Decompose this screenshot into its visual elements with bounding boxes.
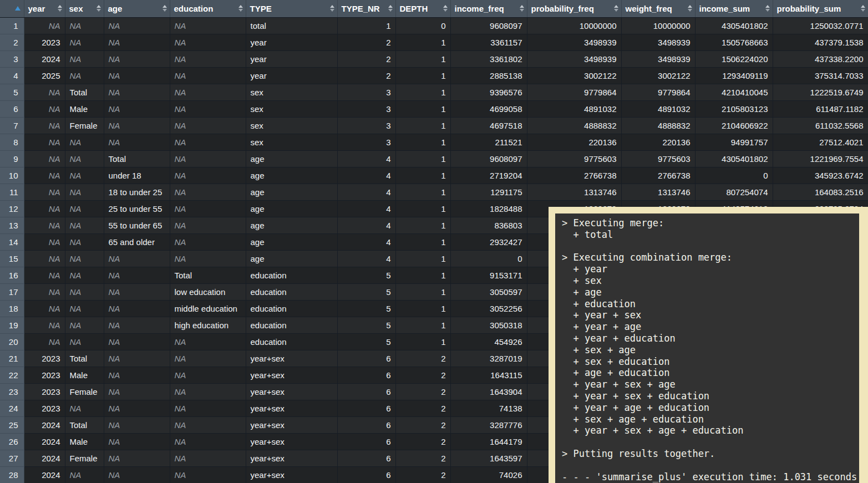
cell-TYPE_NR: 4 (337, 233, 395, 250)
cell-age: NA (104, 466, 170, 483)
cell-age: 55 to under 65 (104, 217, 170, 233)
cell-education: NA (170, 383, 246, 400)
column-label: DEPTH (400, 4, 428, 13)
row-number: 14 (0, 233, 24, 250)
console-line: > Executing combination merge: (562, 252, 857, 263)
cell-income_freq: 836803 (450, 217, 527, 233)
cell-education: middle education (170, 300, 246, 317)
cell-education: NA (170, 50, 246, 67)
sort-toggle-icon (861, 5, 865, 12)
cell-education: NA (170, 84, 246, 100)
cell-DEPTH: 2 (395, 350, 450, 367)
cell-TYPE_NR: 5 (337, 267, 395, 283)
cell-education: NA (170, 333, 246, 350)
sort-toggle-icon (520, 5, 524, 12)
console-line: + age (562, 287, 857, 298)
cell-DEPTH: 1 (395, 333, 450, 350)
cell-age: NA (104, 100, 170, 117)
cell-age: NA (104, 283, 170, 300)
cell-education: NA (170, 100, 246, 117)
cell-age: NA (104, 383, 170, 400)
cell-income_freq: 211521 (450, 134, 527, 150)
column-label: income_freq (455, 4, 504, 13)
cell-education: NA (170, 200, 246, 217)
cell-year: 2023 (24, 383, 65, 400)
cell-TYPE_NR: 4 (337, 167, 395, 184)
cell-TYPE: age (246, 233, 337, 250)
cell-TYPE_NR: 5 (337, 283, 395, 300)
cell-TYPE_NR: 3 (337, 134, 395, 150)
cell-DEPTH: 1 (395, 200, 450, 217)
cell-DEPTH: 1 (395, 84, 450, 100)
cell-income_sum: 2104606922 (695, 117, 773, 134)
column-header-income_freq[interactable]: income_freq (450, 0, 527, 17)
cell-TYPE_NR: 4 (337, 184, 395, 200)
cell-sex: NA (65, 184, 104, 200)
column-header-probability_freq[interactable]: probability_freq (527, 0, 621, 17)
cell-age: NA (104, 350, 170, 367)
console-line: + sex + age (562, 344, 857, 356)
cell-probability_freq: 4888832 (527, 117, 621, 134)
cell-income_sum: 807254074 (695, 184, 773, 200)
column-header-DEPTH[interactable]: DEPTH (395, 0, 450, 17)
cell-sex: NA (65, 267, 104, 283)
cell-weight_freq: 220136 (621, 134, 695, 150)
cell-TYPE: sex (246, 134, 337, 150)
sort-toggle-icon (97, 5, 101, 12)
column-header-sex[interactable]: sex (65, 0, 104, 17)
cell-income_freq: 9608097 (450, 17, 527, 34)
column-header-year[interactable]: year (24, 0, 65, 17)
cell-DEPTH: 1 (395, 317, 450, 333)
cell-TYPE: year+sex (246, 416, 337, 433)
cell-sex: NA (65, 200, 104, 217)
cell-sex: NA (65, 233, 104, 250)
column-header-age[interactable]: age (104, 0, 170, 17)
cell-TYPE: sex (246, 84, 337, 100)
table-row: 6NAMaleNANAsex31469905848910324891032210… (0, 100, 868, 117)
cell-sex: NA (65, 317, 104, 333)
cell-TYPE_NR: 6 (337, 450, 395, 466)
console-line: + year (562, 263, 857, 275)
cell-sex: NA (65, 150, 104, 167)
cell-probability_freq: 9779864 (527, 84, 621, 100)
cell-probability_sum: 27512.4021 (773, 134, 868, 150)
column-header-probability_sum[interactable]: probability_sum (773, 0, 868, 17)
cell-year: NA (24, 117, 65, 134)
row-number: 8 (0, 134, 24, 150)
cell-DEPTH: 2 (395, 416, 450, 433)
cell-DEPTH: 2 (395, 450, 450, 466)
cell-TYPE: education (246, 283, 337, 300)
cell-weight_freq: 9775603 (621, 150, 695, 167)
cell-age: under 18 (104, 167, 170, 184)
cell-TYPE_NR: 6 (337, 367, 395, 383)
cell-probability_sum: 1222519.6749 (773, 84, 868, 100)
column-header-income_sum[interactable]: income_sum (695, 0, 773, 17)
cell-DEPTH: 1 (395, 233, 450, 250)
row-number-header[interactable] (0, 0, 24, 17)
cell-education: high education (170, 317, 246, 333)
column-header-TYPE_NR[interactable]: TYPE_NR (337, 0, 395, 17)
cell-TYPE: year (246, 67, 337, 84)
cell-sex: NA (65, 50, 104, 67)
column-label: probability_sum (777, 4, 841, 13)
cell-TYPE_NR: 2 (337, 67, 395, 84)
cell-probability_sum: 437379.1538 (773, 34, 868, 50)
header-row: yearsexageeducationTYPETYPE_NRDEPTHincom… (0, 0, 868, 17)
cell-TYPE_NR: 5 (337, 300, 395, 317)
console-line: + year + sex + education (562, 390, 857, 402)
console-line (562, 460, 857, 471)
column-header-TYPE[interactable]: TYPE (246, 0, 337, 17)
cell-sex: Male (65, 367, 104, 383)
cell-education: NA (170, 350, 246, 367)
table-row: 10NANAunder 18NAage412719204276673827667… (0, 167, 868, 184)
cell-probability_freq: 3498939 (527, 50, 621, 67)
column-header-education[interactable]: education (170, 0, 246, 17)
cell-income_freq: 2719204 (450, 167, 527, 184)
cell-TYPE: education (246, 267, 337, 283)
cell-TYPE_NR: 6 (337, 383, 395, 400)
row-number: 25 (0, 416, 24, 433)
column-header-weight_freq[interactable]: weight_freq (621, 0, 695, 17)
cell-year: 2023 (24, 367, 65, 383)
cell-weight_freq: 4891032 (621, 100, 695, 117)
row-number: 5 (0, 84, 24, 100)
